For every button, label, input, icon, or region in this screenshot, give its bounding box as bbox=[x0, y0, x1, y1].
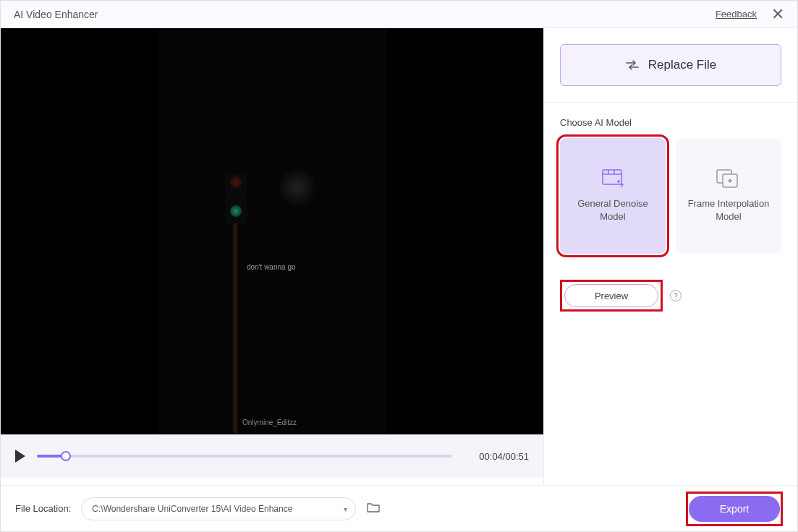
app-window: AI Video Enhancer Feedback ✕ don't wanna… bbox=[0, 0, 798, 532]
export-button[interactable]: Export bbox=[689, 496, 780, 522]
help-icon[interactable]: ? bbox=[670, 290, 682, 301]
model-general-denoise[interactable]: General Denoise Model bbox=[560, 138, 666, 254]
preview-button[interactable]: Preview bbox=[564, 284, 658, 307]
video-preview[interactable]: don't wanna go Onlymine_Editzz bbox=[1, 28, 543, 434]
video-caption: don't wanna go bbox=[247, 263, 296, 271]
model-frame-interpolation[interactable]: Frame Interpolation Model bbox=[676, 138, 781, 254]
feedback-link[interactable]: Feedback bbox=[716, 9, 757, 20]
replace-file-label: Replace File bbox=[648, 58, 717, 72]
main-content: don't wanna go Onlymine_Editzz 00:04/00:… bbox=[1, 28, 797, 485]
model-name-label: General Denoise Model bbox=[567, 197, 658, 223]
model-row: General Denoise Model Frame Interpolatio… bbox=[560, 138, 781, 254]
choose-model-label: Choose AI Model bbox=[560, 117, 781, 128]
titlebar: AI Video Enhancer Feedback ✕ bbox=[1, 1, 797, 28]
left-panel: don't wanna go Onlymine_Editzz 00:04/00:… bbox=[1, 28, 544, 485]
right-sidebar: Replace File Choose AI Model bbox=[544, 28, 797, 485]
video-watermark: Onlymine_Editzz bbox=[242, 419, 297, 426]
denoise-icon bbox=[600, 168, 626, 189]
seek-thumb[interactable] bbox=[61, 451, 71, 461]
play-icon[interactable] bbox=[15, 450, 25, 463]
close-icon[interactable]: ✕ bbox=[771, 5, 784, 24]
video-frame bbox=[158, 28, 387, 434]
titlebar-right: Feedback ✕ bbox=[716, 5, 784, 24]
interpolation-icon bbox=[716, 168, 742, 189]
preview-row: Preview ? bbox=[544, 268, 797, 323]
footer-bar: File Location: ▾ Export bbox=[1, 485, 797, 531]
file-location-select[interactable] bbox=[81, 497, 356, 520]
window-title: AI Video Enhancer bbox=[14, 9, 98, 20]
player-controls: 00:04/00:51 bbox=[1, 434, 543, 478]
replace-file-button[interactable]: Replace File bbox=[560, 44, 781, 86]
model-name-label: Frame Interpolation Model bbox=[683, 197, 774, 223]
folder-icon[interactable] bbox=[366, 502, 381, 516]
model-section: Choose AI Model General Denoise Model bbox=[544, 103, 797, 268]
time-display: 00:04/00:51 bbox=[464, 451, 529, 462]
file-location-label: File Location: bbox=[15, 503, 71, 514]
swap-icon bbox=[625, 60, 640, 70]
seek-slider[interactable] bbox=[37, 453, 452, 459]
